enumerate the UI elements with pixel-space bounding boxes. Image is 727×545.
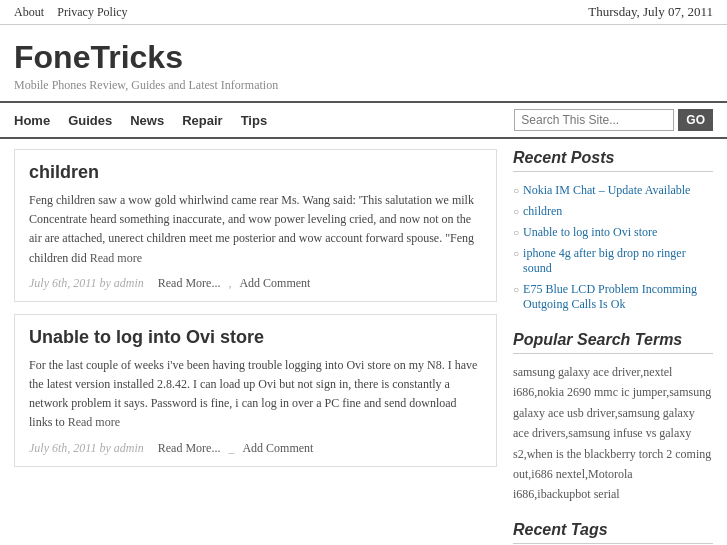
main-content: children Feng children saw a wow gold wh… <box>14 149 513 545</box>
post-1-read-more-link[interactable]: Read More... <box>158 276 221 291</box>
post-2: Unable to log into Ovi store For the las… <box>14 314 497 467</box>
nav-guides[interactable]: Guides <box>68 113 112 128</box>
recent-post-4: iphone 4g after big drop no ringer sound <box>513 243 713 279</box>
post-1-title: children <box>29 162 482 183</box>
topbar: About Privacy Policy Thursday, July 07, … <box>0 0 727 25</box>
nav-links: Home Guides News Repair Tips <box>14 113 267 128</box>
recent-post-2: children <box>513 201 713 222</box>
post-1-meta: July 6th, 2011 by admin Read More... , A… <box>29 276 482 291</box>
content-wrapper: children Feng children saw a wow gold wh… <box>0 139 727 545</box>
recent-posts-title: Recent Posts <box>513 149 713 172</box>
privacy-link[interactable]: Privacy Policy <box>57 5 127 19</box>
recent-post-3: Unable to log into Ovi store <box>513 222 713 243</box>
date-display: Thursday, July 07, 2011 <box>588 4 713 20</box>
post-2-add-comment[interactable]: Add Comment <box>242 441 313 456</box>
popular-terms-title: Popular Search Terms <box>513 331 713 354</box>
main-nav: Home Guides News Repair Tips GO <box>0 101 727 139</box>
nav-news[interactable]: News <box>130 113 164 128</box>
post-1-read-more-inline[interactable]: Read more <box>90 251 142 265</box>
search-area: GO <box>514 109 713 131</box>
recent-posts-list: Nokia IM Chat – Update Available childre… <box>513 180 713 315</box>
popular-terms-section: Popular Search Terms samsung galaxy ace … <box>513 331 713 505</box>
recent-post-3-link[interactable]: Unable to log into Ovi store <box>523 225 657 240</box>
recent-post-5-link[interactable]: E75 Blue LCD Problem Incomming Outgoing … <box>523 282 713 312</box>
recent-post-1-link[interactable]: Nokia IM Chat – Update Available <box>523 183 690 198</box>
post-2-meta: July 6th, 2011 by admin Read More... _ A… <box>29 441 482 456</box>
post-1: children Feng children saw a wow gold wh… <box>14 149 497 302</box>
post-1-actions: Read More... , Add Comment <box>158 276 311 291</box>
recent-tags-title: Recent Tags <box>513 521 713 544</box>
recent-post-2-link[interactable]: children <box>523 204 562 219</box>
recent-post-1: Nokia IM Chat – Update Available <box>513 180 713 201</box>
post-2-body: For the last couple of weeks i've been h… <box>29 356 482 433</box>
recent-post-5: E75 Blue LCD Problem Incomming Outgoing … <box>513 279 713 315</box>
post-2-title: Unable to log into Ovi store <box>29 327 482 348</box>
separator: , <box>228 276 231 291</box>
post-2-date: July 6th, 2011 by admin <box>29 441 144 456</box>
topbar-links: About Privacy Policy <box>14 4 138 20</box>
popular-terms-content: samsung galaxy ace driver,nextel i686,no… <box>513 362 713 505</box>
search-button[interactable]: GO <box>678 109 713 131</box>
separator-2: _ <box>228 441 234 456</box>
recent-post-4-link[interactable]: iphone 4g after big drop no ringer sound <box>523 246 713 276</box>
nav-tips[interactable]: Tips <box>241 113 268 128</box>
post-1-add-comment[interactable]: Add Comment <box>239 276 310 291</box>
site-title: FoneTricks <box>14 39 713 76</box>
sidebar: Recent Posts Nokia IM Chat – Update Avai… <box>513 149 713 545</box>
post-2-read-more-link[interactable]: Read More... <box>158 441 221 456</box>
nav-repair[interactable]: Repair <box>182 113 222 128</box>
search-input[interactable] <box>514 109 674 131</box>
post-1-body: Feng children saw a wow gold whirlwind c… <box>29 191 482 268</box>
post-1-date: July 6th, 2011 by admin <box>29 276 144 291</box>
nav-home[interactable]: Home <box>14 113 50 128</box>
site-header: FoneTricks Mobile Phones Review, Guides … <box>0 25 727 101</box>
post-2-read-more-inline[interactable]: Read more <box>68 415 120 429</box>
recent-tags-section: Recent Tags <box>513 521 713 544</box>
about-link[interactable]: About <box>14 5 44 19</box>
post-2-actions: Read More... _ Add Comment <box>158 441 314 456</box>
recent-posts-section: Recent Posts Nokia IM Chat – Update Avai… <box>513 149 713 315</box>
site-tagline: Mobile Phones Review, Guides and Latest … <box>14 78 713 93</box>
